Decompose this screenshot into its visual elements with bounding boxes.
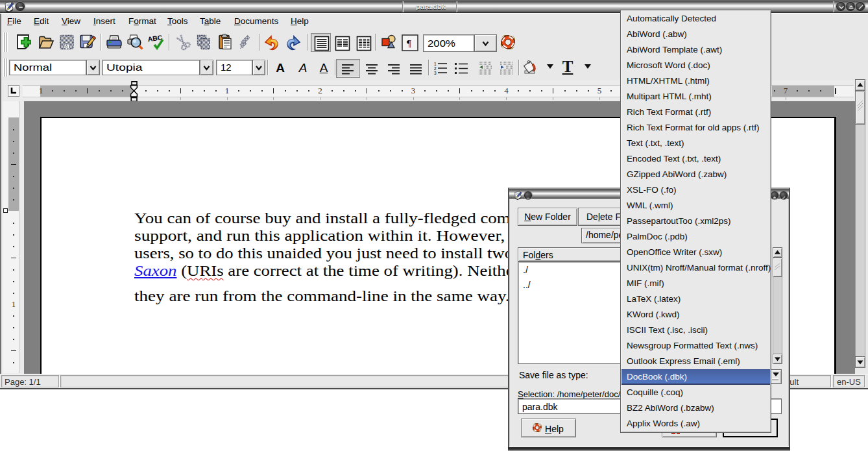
- svg-text:1: 1: [434, 62, 437, 66]
- svg-text:2: 2: [434, 66, 437, 71]
- svg-text:3: 3: [434, 71, 437, 75]
- svg-text:¶: ¶: [407, 38, 411, 49]
